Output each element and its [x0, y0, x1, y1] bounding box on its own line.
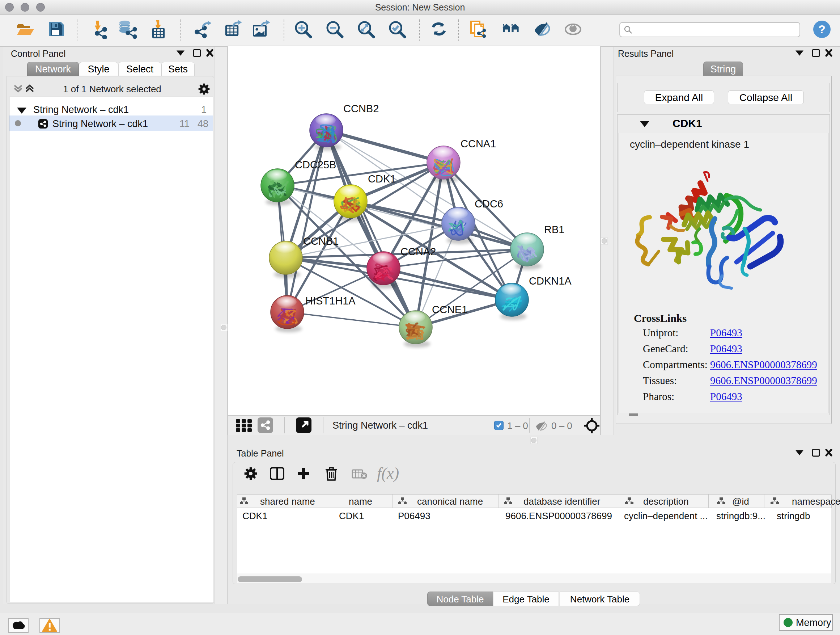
svg-text:CDC25B: CDC25B: [295, 159, 336, 171]
svg-text:CDKN1A: CDKN1A: [529, 275, 572, 287]
svg-text:CCNE1: CCNE1: [432, 304, 467, 315]
svg-text:CCNB1: CCNB1: [303, 235, 339, 247]
svg-text:HIST1H1A: HIST1H1A: [305, 295, 355, 307]
svg-text:RB1: RB1: [544, 224, 564, 235]
svg-text:CDC6: CDC6: [475, 198, 503, 210]
svg-text:CDK1: CDK1: [368, 173, 396, 185]
svg-text:CCNB2: CCNB2: [343, 103, 379, 114]
svg-text:CCNA2: CCNA2: [401, 246, 436, 257]
svg-text:CCNA1: CCNA1: [461, 138, 496, 149]
